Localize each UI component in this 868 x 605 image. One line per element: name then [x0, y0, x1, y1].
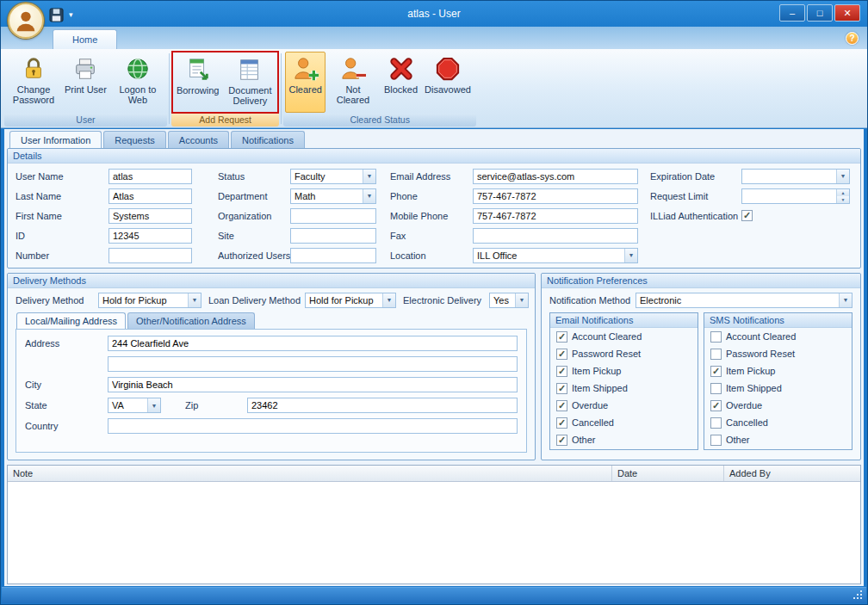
- authorized-users-input[interactable]: [290, 248, 376, 263]
- tab-notifications[interactable]: Notifications: [231, 131, 305, 148]
- email-address-input[interactable]: [473, 169, 638, 184]
- email-item-pickup-item[interactable]: Item Pickup: [550, 362, 698, 380]
- loan-delivery-method-select[interactable]: Hold for Pickup: [305, 293, 396, 308]
- country-input[interactable]: [108, 418, 518, 434]
- tab-requests[interactable]: Requests: [103, 131, 165, 148]
- checkbox-icon[interactable]: [710, 366, 722, 377]
- notification-method-select[interactable]: Electronic: [636, 293, 852, 308]
- sms-cancelled-item[interactable]: Cancelled: [704, 414, 852, 431]
- chevron-down-icon[interactable]: [839, 293, 852, 307]
- sms-overdue-item[interactable]: Overdue: [704, 397, 852, 414]
- change-password-button[interactable]: Change Password: [6, 52, 61, 113]
- sms-account-cleared-item[interactable]: Account Cleared: [704, 328, 852, 345]
- ribbon-separator: [169, 53, 170, 124]
- authorized-users-label: Authorized Users: [218, 250, 290, 261]
- document-tabs: User Information Requests Accounts Notif…: [7, 131, 861, 148]
- column-header-date[interactable]: Date: [612, 466, 724, 481]
- logon-to-web-button[interactable]: Logon to Web: [110, 52, 165, 113]
- checkbox-icon[interactable]: [556, 349, 567, 360]
- chevron-down-icon[interactable]: [836, 170, 849, 183]
- mobile-phone-input[interactable]: [473, 208, 638, 224]
- chevron-down-icon[interactable]: [624, 249, 637, 262]
- number-input[interactable]: [108, 248, 192, 263]
- id-input[interactable]: [108, 228, 192, 244]
- email-item-shipped-item[interactable]: Item Shipped: [550, 380, 698, 397]
- checkbox-icon[interactable]: [710, 383, 722, 394]
- cleared-button[interactable]: Cleared: [285, 52, 326, 113]
- maximize-button[interactable]: □: [807, 4, 833, 22]
- sms-item-shipped-item[interactable]: Item Shipped: [704, 380, 852, 397]
- email-other-item[interactable]: Other: [550, 431, 698, 448]
- checkbox-icon[interactable]: [710, 331, 722, 343]
- email-cancelled-item[interactable]: Cancelled: [550, 414, 698, 431]
- sms-item-pickup-item[interactable]: Item Pickup: [704, 362, 852, 380]
- save-icon[interactable]: [49, 8, 64, 22]
- tab-user-information[interactable]: User Information: [9, 131, 102, 148]
- print-user-button[interactable]: Print User: [61, 52, 110, 113]
- tab-accounts[interactable]: Accounts: [168, 131, 229, 148]
- qat-dropdown-icon[interactable]: [69, 10, 73, 19]
- column-header-note[interactable]: Note: [8, 466, 612, 481]
- status-select[interactable]: Faculty: [290, 169, 376, 184]
- phone-input[interactable]: [473, 188, 638, 204]
- checkbox-icon[interactable]: [710, 349, 722, 360]
- illiad-authentication-checkbox[interactable]: [741, 210, 753, 221]
- chevron-down-icon[interactable]: [363, 170, 375, 183]
- borrowing-button[interactable]: Borrowing: [173, 52, 223, 112]
- address-line2-input[interactable]: [108, 356, 518, 372]
- chevron-down-icon[interactable]: [382, 293, 395, 307]
- checkbox-icon[interactable]: [556, 331, 567, 343]
- column-header-added-by[interactable]: Added By: [724, 466, 860, 481]
- delivery-method-select[interactable]: Hold for Pickup: [98, 293, 202, 308]
- location-select[interactable]: ILL Office: [473, 248, 638, 263]
- user-avatar-icon[interactable]: [8, 3, 44, 39]
- chevron-down-icon[interactable]: [363, 189, 375, 203]
- expiration-date-select[interactable]: [741, 169, 850, 184]
- checkbox-icon[interactable]: [710, 400, 722, 411]
- chevron-down-icon[interactable]: [147, 398, 160, 412]
- chevron-down-icon[interactable]: [188, 293, 201, 307]
- email-address-label: Email Address: [390, 171, 473, 182]
- fax-input[interactable]: [473, 228, 638, 244]
- checkbox-icon[interactable]: [556, 435, 567, 446]
- checkbox-icon[interactable]: [710, 417, 722, 429]
- document-delivery-button[interactable]: Document Delivery: [222, 52, 277, 112]
- close-button[interactable]: ✕: [834, 4, 860, 22]
- checkbox-icon[interactable]: [556, 366, 567, 377]
- request-limit-input[interactable]: [742, 189, 836, 203]
- sms-password-reset-item[interactable]: Password Reset: [704, 345, 852, 362]
- checkbox-icon[interactable]: [556, 417, 567, 429]
- spin-up-icon[interactable]: [837, 189, 849, 196]
- email-password-reset-item[interactable]: Password Reset: [550, 345, 698, 362]
- help-icon[interactable]: ?: [846, 32, 859, 45]
- email-overdue-item[interactable]: Overdue: [550, 397, 698, 414]
- resize-grip[interactable]: [852, 590, 864, 601]
- not-cleared-button[interactable]: Not Cleared: [326, 52, 381, 113]
- tab-local-mailing-address[interactable]: Local/Mailing Address: [16, 312, 126, 329]
- spin-down-icon[interactable]: [837, 196, 849, 203]
- zip-input[interactable]: [247, 398, 518, 413]
- site-input[interactable]: [290, 228, 376, 244]
- department-select[interactable]: Math: [290, 188, 376, 204]
- city-input[interactable]: [108, 377, 518, 392]
- chevron-down-icon[interactable]: [515, 293, 528, 307]
- email-account-cleared-item[interactable]: Account Cleared: [550, 328, 698, 345]
- address-line1-input[interactable]: [108, 336, 518, 351]
- last-name-input[interactable]: [108, 188, 192, 204]
- checkbox-icon[interactable]: [556, 400, 567, 411]
- blocked-button[interactable]: Blocked: [381, 52, 421, 113]
- minimize-button[interactable]: –: [779, 4, 805, 22]
- organization-input[interactable]: [290, 208, 376, 224]
- electronic-delivery-label: Electronic Delivery: [403, 295, 489, 306]
- first-name-input[interactable]: [108, 208, 192, 224]
- sms-other-item[interactable]: Other: [704, 431, 852, 448]
- app-window: atlas - User – □ ✕ Home ?: [0, 0, 868, 605]
- checkbox-icon[interactable]: [710, 435, 722, 446]
- checkbox-icon[interactable]: [556, 383, 567, 394]
- user-name-input[interactable]: [108, 169, 192, 184]
- request-limit-spinner[interactable]: [741, 188, 850, 204]
- state-select[interactable]: VA: [108, 398, 161, 413]
- disavowed-button[interactable]: Disavowed: [421, 52, 474, 113]
- electronic-delivery-select[interactable]: Yes: [489, 293, 529, 308]
- tab-other-notification-address[interactable]: Other/Notification Address: [127, 312, 255, 329]
